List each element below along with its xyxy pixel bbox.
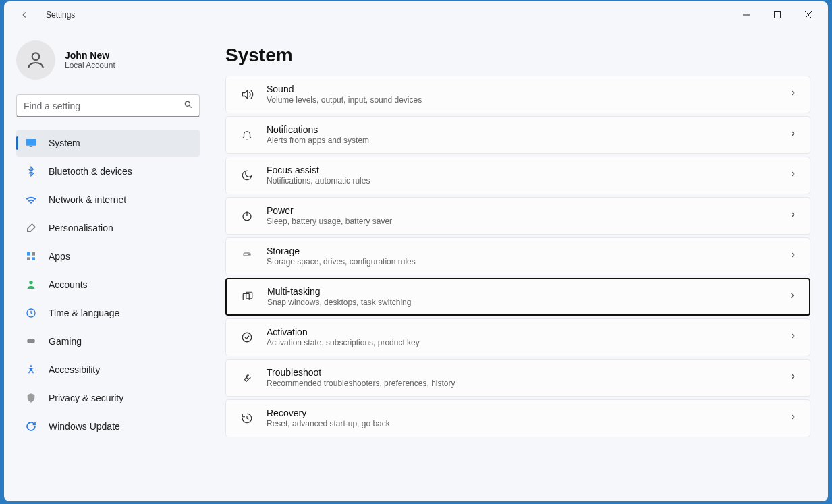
sidebar-item-privacy[interactable]: Privacy & security xyxy=(16,385,200,412)
sidebar-item-label: Time & language xyxy=(49,308,119,318)
svg-point-4 xyxy=(32,53,40,60)
power-icon xyxy=(237,210,257,222)
recovery-icon xyxy=(237,412,257,424)
grid-icon xyxy=(24,250,38,263)
sidebar-item-update[interactable]: Windows Update xyxy=(16,413,200,440)
svg-rect-10 xyxy=(32,252,35,256)
svg-rect-9 xyxy=(27,252,30,256)
multitask-icon xyxy=(238,291,258,303)
svg-rect-8 xyxy=(30,146,33,148)
svg-rect-12 xyxy=(32,257,35,260)
svg-point-20 xyxy=(249,254,250,255)
window-title: Settings xyxy=(46,10,75,20)
chevron-right-icon xyxy=(788,250,798,262)
titlebar-left: Settings xyxy=(16,7,75,23)
gamepad-icon xyxy=(24,335,38,348)
back-icon[interactable] xyxy=(16,7,32,23)
content: John New Local Account SystemBluetooth &… xyxy=(4,28,828,501)
sidebar-item-time[interactable]: Time & language xyxy=(16,300,200,327)
sidebar-item-label: Network & internet xyxy=(49,194,126,205)
clock-icon xyxy=(24,306,38,320)
bluetooth-icon xyxy=(24,165,38,178)
chevron-right-icon xyxy=(788,169,798,181)
card-title: Activation xyxy=(267,327,788,339)
card-body: TroubleshootRecommended troubleshooters,… xyxy=(267,367,788,389)
user-block[interactable]: John New Local Account xyxy=(16,40,200,80)
card-desc: Activation state, subscriptions, product… xyxy=(267,338,788,348)
card-body: StorageStorage space, drives, configurat… xyxy=(267,246,788,268)
sidebar-item-gaming[interactable]: Gaming xyxy=(16,328,200,355)
sidebar-item-label: Apps xyxy=(49,251,70,262)
chevron-right-icon xyxy=(788,372,798,384)
card-title: Sound xyxy=(267,84,788,96)
card-title: Focus assist xyxy=(267,165,788,177)
close-button[interactable] xyxy=(793,4,824,26)
card-body: Focus assistNotifications, automatic rul… xyxy=(267,165,788,187)
search-icon xyxy=(184,100,193,112)
sidebar-item-network[interactable]: Network & internet xyxy=(16,186,200,213)
card-desc: Snap windows, desktops, task switching xyxy=(267,298,787,308)
search-input[interactable] xyxy=(16,94,200,117)
settings-card-power[interactable]: PowerSleep, battery usage, battery saver xyxy=(225,197,810,235)
update-icon xyxy=(24,420,38,433)
minimize-button[interactable] xyxy=(731,4,762,26)
wrench-icon xyxy=(237,372,257,384)
sidebar-item-label: Gaming xyxy=(49,336,82,347)
sidebar-item-personal[interactable]: Personalisation xyxy=(16,215,200,242)
svg-line-6 xyxy=(190,106,192,108)
moon-icon xyxy=(237,169,257,181)
card-desc: Reset, advanced start-up, go back xyxy=(267,419,788,429)
card-body: Multi-taskingSnap windows, desktops, tas… xyxy=(267,286,787,308)
settings-card-activation[interactable]: ActivationActivation state, subscription… xyxy=(225,318,810,356)
avatar xyxy=(16,40,55,80)
card-desc: Recommended troubleshooters, preferences… xyxy=(267,379,788,389)
card-body: ActivationActivation state, subscription… xyxy=(267,327,788,349)
user-info: John New Local Account xyxy=(65,50,115,70)
settings-card-multitask[interactable]: Multi-taskingSnap windows, desktops, tas… xyxy=(225,278,810,316)
svg-point-23 xyxy=(242,333,252,342)
chevron-right-icon xyxy=(788,129,798,141)
card-title: Recovery xyxy=(267,408,788,420)
card-body: SoundVolume levels, output, input, sound… xyxy=(267,84,788,106)
sound-icon xyxy=(237,88,257,101)
sidebar-item-label: Accessibility xyxy=(49,364,100,375)
maximize-button[interactable] xyxy=(762,4,793,26)
settings-card-troubleshoot[interactable]: TroubleshootRecommended troubleshooters,… xyxy=(225,359,810,397)
sidebar-item-label: Bluetooth & devices xyxy=(49,166,132,177)
sidebar-item-label: Accounts xyxy=(49,279,88,290)
sidebar-item-label: Windows Update xyxy=(49,421,120,432)
user-name: John New xyxy=(65,50,115,61)
svg-point-5 xyxy=(185,101,190,106)
shield-icon xyxy=(24,391,38,405)
sidebar-item-apps[interactable]: Apps xyxy=(16,243,200,270)
sidebar-item-accessibility[interactable]: Accessibility xyxy=(16,356,200,383)
main: System SoundVolume levels, output, input… xyxy=(212,28,828,501)
chevron-right-icon xyxy=(787,291,797,303)
monitor-icon xyxy=(24,136,38,150)
card-desc: Volume levels, output, input, sound devi… xyxy=(267,95,788,105)
titlebar: Settings xyxy=(4,1,828,28)
accessibility-icon xyxy=(24,363,38,376)
sidebar-item-label: System xyxy=(49,138,80,148)
card-body: PowerSleep, battery usage, battery saver xyxy=(267,205,788,227)
card-body: RecoveryReset, advanced start-up, go bac… xyxy=(267,408,788,430)
chevron-right-icon xyxy=(788,210,798,222)
sidebar-item-accounts[interactable]: Accounts xyxy=(16,271,200,298)
settings-card-notifications[interactable]: NotificationsAlerts from apps and system xyxy=(225,116,810,154)
card-title: Storage xyxy=(267,246,788,258)
settings-card-storage[interactable]: StorageStorage space, drives, configurat… xyxy=(225,237,810,275)
sidebar-item-system[interactable]: System xyxy=(16,130,200,157)
sidebar-item-bluetooth[interactable]: Bluetooth & devices xyxy=(16,158,200,185)
card-desc: Alerts from apps and system xyxy=(267,136,788,146)
card-desc: Notifications, automatic rules xyxy=(267,176,788,186)
nav: SystemBluetooth & devicesNetwork & inter… xyxy=(16,130,200,440)
check-icon xyxy=(237,331,257,343)
settings-card-recovery[interactable]: RecoveryReset, advanced start-up, go bac… xyxy=(225,399,810,437)
settings-window: Settings John New Local Account xyxy=(4,1,828,501)
card-desc: Storage space, drives, configuration rul… xyxy=(267,257,788,267)
settings-card-sound[interactable]: SoundVolume levels, output, input, sound… xyxy=(225,76,810,113)
settings-card-focus[interactable]: Focus assistNotifications, automatic rul… xyxy=(225,157,810,194)
card-title: Notifications xyxy=(267,124,788,136)
brush-icon xyxy=(24,221,38,235)
card-title: Multi-tasking xyxy=(267,286,787,298)
